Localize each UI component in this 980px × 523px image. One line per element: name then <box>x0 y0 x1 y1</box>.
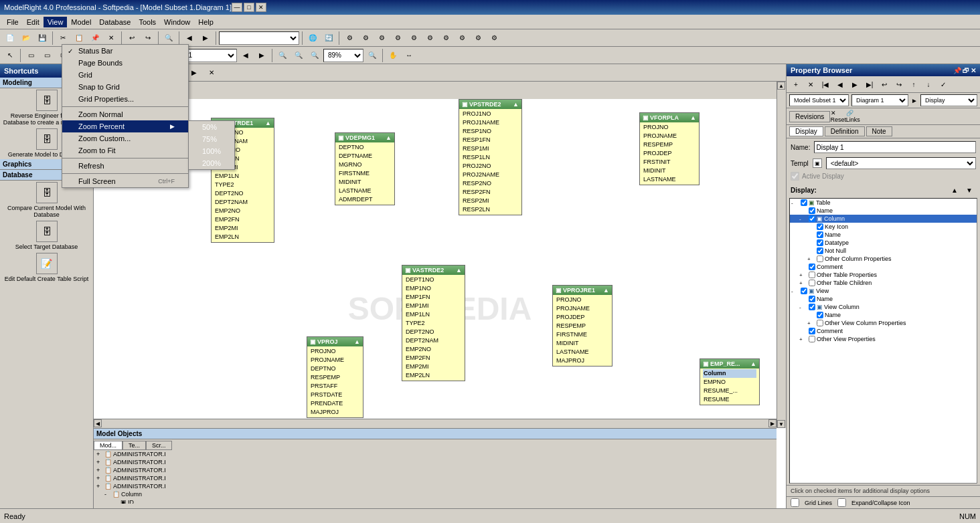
dd-page-bounds[interactable]: Page Bounds <box>62 57 188 69</box>
tree-item-comment[interactable]: Comment <box>790 263 977 271</box>
tb-gen5[interactable]: ⚙ <box>406 31 421 45</box>
table-vproj[interactable]: ▣ VPROJ ▲ PROJNO PROJNAME DEPTNO RESPEMP… <box>307 336 363 418</box>
menu-model[interactable]: Model <box>67 17 95 27</box>
tree-item-othervcprops[interactable]: + Other View Column Properties <box>790 319 977 327</box>
tab-scr[interactable]: Scr... <box>146 441 172 450</box>
tb-gen8[interactable]: ⚙ <box>455 31 469 45</box>
dd-zoom-custom[interactable]: Zoom Custom... <box>62 132 188 144</box>
tab-display[interactable]: Display <box>789 126 823 136</box>
list-item[interactable]: +📋ADMINISTRATOR.I <box>94 458 777 466</box>
dd-grid-props[interactable]: Grid Properties... <box>62 93 188 105</box>
tree-check-notnull[interactable] <box>817 247 823 254</box>
zoom-100[interactable]: 100% <box>189 145 234 157</box>
pb-display-down[interactable]: ▼ <box>963 183 976 197</box>
zoom-200[interactable]: 200% <box>189 157 234 169</box>
tb-globe[interactable]: 🌐 <box>305 31 320 45</box>
tree-check-vcname[interactable] <box>817 312 823 318</box>
tree-item-table[interactable]: - ▣ Table <box>790 199 977 207</box>
pb-next-btn[interactable]: ▶ <box>848 78 862 91</box>
tree-check-keyicon[interactable] <box>817 223 823 230</box>
table-vpstrde2[interactable]: ▣ VPSTRDE2 ▲ PROJ1NO PROJ1NAME RESP1NO R… <box>459 99 522 215</box>
tb-pan[interactable]: ↔ <box>402 48 416 63</box>
table-vforpla[interactable]: ▣ VFORPLA ▲ PROJNO PROJNAME RESPEMP PROJ… <box>639 112 700 185</box>
pb-display-combo[interactable]: Display <box>920 94 977 106</box>
pb-redo-btn[interactable]: ↪ <box>892 78 906 91</box>
tb-gen1[interactable]: ⚙ <box>342 31 357 45</box>
tree-item-datatype[interactable]: Datatype <box>790 239 977 247</box>
pb-model-combo[interactable]: Model Subset 1 <box>789 94 849 106</box>
tb-paste[interactable]: 📌 <box>88 31 102 45</box>
hscroll-left[interactable]: ◀ <box>94 419 102 427</box>
table-expand-vproj[interactable]: ▲ <box>354 338 360 345</box>
tree-check-name[interactable] <box>809 207 815 214</box>
pb-undo-btn[interactable]: ↩ <box>878 78 891 91</box>
table-expand-vprojre1[interactable]: ▲ <box>603 287 609 294</box>
canvas-vscrollbar[interactable]: ▲ ▼ <box>777 82 786 428</box>
tree-item-keyicon[interactable]: Key Icon <box>790 223 977 231</box>
tree-item-viewcol[interactable]: - ▣ View Column <box>790 303 977 311</box>
close-button[interactable]: ✕ <box>256 3 266 12</box>
tb-next[interactable]: ▶ <box>198 31 213 45</box>
tb-select[interactable]: ↖ <box>3 48 17 63</box>
vscroll-up[interactable]: ▲ <box>777 82 785 90</box>
tb-copy[interactable]: 📋 <box>72 31 86 45</box>
table-vdepmg1[interactable]: ▣ VDEPMG1 ▲ DEPTNO DEPTNAME MGRNO FIRSTN… <box>335 132 395 205</box>
table-expand-vastrde2[interactable]: ▲ <box>456 267 462 274</box>
list-item[interactable]: +📋ADMINISTRATOR.I <box>94 450 777 458</box>
menu-help[interactable]: Help <box>194 17 218 27</box>
tree-check-othervcprops[interactable] <box>817 320 823 326</box>
pb-add-btn[interactable]: + <box>789 78 803 91</box>
zoom-combo[interactable]: 89% <box>323 49 363 62</box>
pb-undock-btn[interactable]: 🗗 <box>963 67 969 74</box>
tb-delete[interactable]: ✕ <box>104 31 118 45</box>
tab-definition[interactable]: Definition <box>825 126 865 136</box>
tab-mod[interactable]: Mod... <box>94 441 122 450</box>
table-expand-vdepmg1[interactable]: ▲ <box>386 134 392 141</box>
tb-gen2[interactable]: ⚙ <box>358 31 373 45</box>
tb-zoom-in[interactable]: 🔍 <box>275 48 290 63</box>
tb-zoom-out[interactable]: 🔍 <box>291 48 306 63</box>
tab-revisions[interactable]: Revisions <box>789 111 830 122</box>
hscroll-right[interactable]: ▶ <box>768 419 777 427</box>
tb-new[interactable]: 📄 <box>3 31 17 45</box>
pb-close-btn[interactable]: ✕ <box>971 67 976 74</box>
shortcut-target-db[interactable]: 🗄 Select Target Database <box>0 219 93 251</box>
tree-check-othertablechildren[interactable] <box>809 280 815 286</box>
tb-zoom-btn[interactable]: 🔍 <box>365 48 380 63</box>
dd-zoom-fit[interactable]: Zoom to Fit <box>62 144 188 156</box>
pb-down-btn[interactable]: ↓ <box>922 78 935 91</box>
pb-delete-btn[interactable]: ✕ <box>804 78 817 91</box>
tb-cut[interactable]: ✂ <box>56 31 70 45</box>
table-expand-vpstrde2[interactable]: ▲ <box>513 101 519 108</box>
tb-gen10[interactable]: ⚙ <box>487 31 501 45</box>
tab-note[interactable]: Note <box>866 126 892 136</box>
list-item[interactable]: +📋ADMINISTRATOR.I <box>94 466 777 474</box>
maximize-button[interactable]: □ <box>244 3 254 12</box>
tb-search[interactable]: 🔍 <box>161 31 176 45</box>
search-combo[interactable] <box>219 31 299 45</box>
menu-edit[interactable]: Edit <box>23 17 44 27</box>
shortcut-edit-script[interactable]: 📝 Edit Default Create Table Script <box>0 251 93 284</box>
tree-check-vccomment[interactable] <box>809 328 815 334</box>
tb-open[interactable]: 📂 <box>19 31 33 45</box>
list-item[interactable]: +📋ADMINISTRATOR.I <box>94 474 777 482</box>
pb-last-btn[interactable]: ▶| <box>863 78 876 91</box>
pb-reset-btn[interactable]: ✕ Reset <box>831 110 845 123</box>
tree-check-view[interactable] <box>801 288 807 294</box>
tree-check-comment[interactable] <box>809 264 815 270</box>
list-item[interactable]: +📋ADMINISTRATOR.I <box>94 482 777 490</box>
tree-item-othertableprops[interactable]: + Other Table Properties <box>790 271 977 279</box>
canvas-next[interactable]: ▶ <box>187 66 201 80</box>
tree-item-view[interactable]: - ▣ View <box>790 287 977 295</box>
tree-item-name[interactable]: Name <box>790 207 977 215</box>
table-emp-res[interactable]: ▣ EMP_RE... ▲ Column EMPNO RESUME_... RE… <box>700 358 760 405</box>
dd-status-bar[interactable]: Status Bar <box>62 45 188 57</box>
dd-zoom-percent[interactable]: Zoom Percent ▶ 50% 75% 100% 200% <box>62 120 188 132</box>
tree-item-viewname[interactable]: Name <box>790 295 977 303</box>
list-item[interactable]: ▣ID <box>94 498 777 504</box>
tree-check-viewcol[interactable] <box>809 304 815 310</box>
tb-prev[interactable]: ◀ <box>182 31 197 45</box>
canvas-hscrollbar[interactable]: ◀ ▶ <box>94 419 777 428</box>
tree-check-viewname[interactable] <box>809 296 815 302</box>
tb-redo[interactable]: ↪ <box>141 31 155 45</box>
